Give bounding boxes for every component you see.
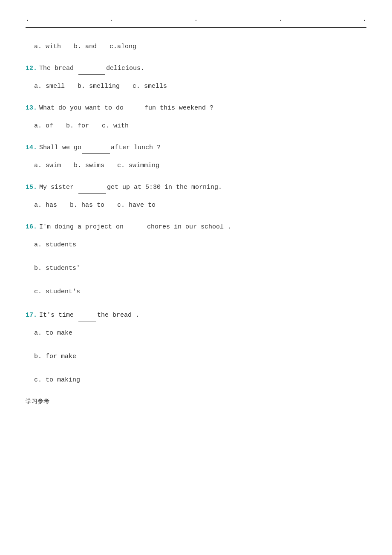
question-11-options-block: a. with b. and c.along: [26, 41, 366, 52]
q16-option-b: b. students': [34, 263, 366, 274]
q11-option-c: c.along: [110, 41, 136, 52]
q16-number: 16.: [26, 221, 37, 233]
q12-options-line: a. smell b. smelling c. smells: [34, 81, 366, 92]
q13-option-c: c. with: [102, 120, 129, 132]
q16-options-vertical: a. students b. students' c. student's: [34, 239, 366, 298]
q14-option-a: a. swim: [34, 160, 61, 171]
q12-number: 12.: [26, 63, 37, 74]
question-12-block: 12. The bread delicious. a. smell b. sme…: [26, 63, 366, 92]
q12-text: The bread delicious.: [39, 63, 144, 75]
dot-3: ·: [194, 17, 198, 24]
q15-number: 15.: [26, 182, 37, 193]
q14-text: Shall we go after lunch ?: [39, 142, 161, 154]
q15-option-c: c. have to: [117, 199, 156, 211]
q12-option-a: a. smell: [34, 81, 65, 92]
q12-option-c: c. smells: [133, 81, 167, 92]
q15-options-line: a. has b. has to c. have to: [34, 199, 366, 211]
q13-number: 13.: [26, 102, 37, 114]
q17-option-a: a. to make: [34, 327, 366, 339]
q16-blank: [128, 221, 146, 233]
top-line-area: · · · · ·: [26, 17, 366, 28]
q14-option-c: c. swimming: [117, 160, 159, 171]
q13-option-a: a. of: [34, 120, 53, 132]
q15-blank: [78, 182, 106, 194]
q15-option-b: b. has to: [70, 199, 104, 211]
dot-1: ·: [26, 17, 29, 24]
q17-option-c: c. to making: [34, 374, 366, 386]
page-container: · · · · · a. with b. and c.along 12. The…: [0, 0, 392, 555]
q13-options-line: a. of b. for c. with: [34, 120, 366, 132]
q17-options-vertical: a. to make b. for make c. to making: [34, 327, 366, 386]
q17-number: 17.: [26, 309, 37, 321]
q11-options-line: a. with b. and c.along: [34, 41, 366, 52]
q14-number: 14.: [26, 142, 37, 153]
q17-blank: [78, 309, 96, 321]
question-14-block: 14. Shall we go after lunch ? a. swim b.…: [26, 142, 366, 171]
question-15-block: 15. My sister get up at 5:30 in the morn…: [26, 182, 366, 211]
q15-text: My sister get up at 5:30 in the morning.: [39, 182, 222, 194]
dot-5: ·: [363, 17, 366, 24]
q11-option-b: b. and: [74, 41, 97, 52]
question-17-block: 17. It's time the bread . a. to make b. …: [26, 309, 366, 386]
q12-line: 12. The bread delicious.: [26, 63, 366, 75]
q17-text: It's time the bread .: [39, 309, 139, 321]
question-13-block: 13. What do you want to do fun this week…: [26, 102, 366, 132]
q11-option-a: a. with: [34, 41, 61, 52]
question-16-block: 16. I'm doing a project on chores in our…: [26, 221, 366, 298]
q13-line: 13. What do you want to do fun this week…: [26, 102, 366, 114]
q14-blank: [82, 142, 110, 154]
q12-option-b: b. smelling: [78, 81, 120, 92]
q13-blank: [124, 102, 144, 114]
q13-option-b: b. for: [66, 120, 89, 132]
q15-line: 15. My sister get up at 5:30 in the morn…: [26, 182, 366, 194]
q16-option-a: a. students: [34, 239, 366, 251]
footer-text: 学习参考: [26, 398, 366, 405]
dot-2: ·: [110, 17, 113, 24]
q17-line: 17. It's time the bread .: [26, 309, 366, 321]
q15-option-a: a. has: [34, 199, 57, 211]
q17-option-b: b. for make: [34, 351, 366, 362]
q14-line: 14. Shall we go after lunch ?: [26, 142, 366, 154]
dot-4: ·: [279, 17, 282, 24]
q13-text: What do you want to do fun this weekend …: [39, 102, 213, 114]
q14-option-b: b. swims: [74, 160, 104, 171]
q16-text: I'm doing a project on chores in our sch…: [39, 221, 231, 233]
q16-option-c: c. student's: [34, 286, 366, 298]
q14-options-line: a. swim b. swims c. swimming: [34, 160, 366, 171]
q12-blank: [78, 63, 105, 75]
q16-line: 16. I'm doing a project on chores in our…: [26, 221, 366, 233]
